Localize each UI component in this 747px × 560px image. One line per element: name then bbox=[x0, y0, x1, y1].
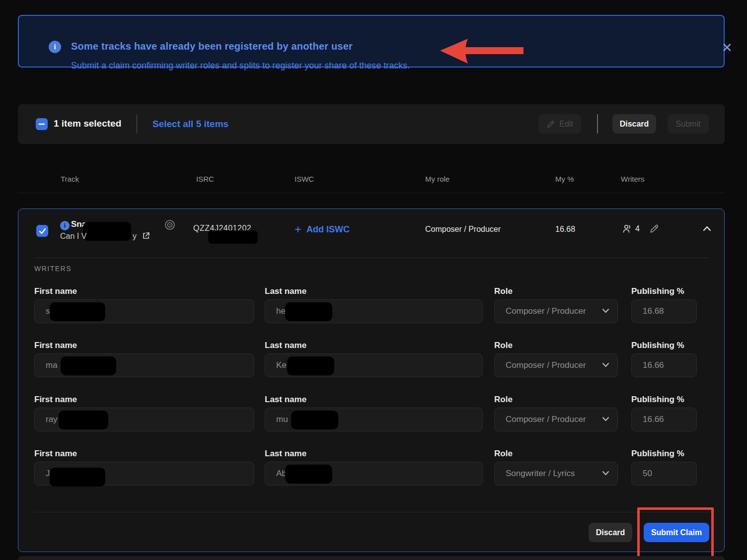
last-name-label: Last name bbox=[265, 286, 483, 296]
submit-button-label: Submit bbox=[676, 120, 701, 129]
publishing-value: 50 bbox=[643, 469, 652, 479]
writers-icon bbox=[622, 224, 633, 234]
last-name-field[interactable]: mu bbox=[265, 408, 483, 431]
first-name-field[interactable]: ray bbox=[34, 408, 254, 431]
chevron-down-icon bbox=[602, 308, 609, 313]
first-name-label: First name bbox=[34, 286, 254, 296]
redaction-box bbox=[285, 465, 332, 484]
close-icon[interactable]: ✕ bbox=[719, 40, 735, 56]
redaction-box bbox=[50, 468, 105, 487]
redaction-box bbox=[208, 230, 258, 244]
first-name-field[interactable]: Jo bbox=[34, 462, 254, 486]
selected-count-label: 1 item selected bbox=[54, 118, 121, 129]
publishing-field[interactable]: 16.66 bbox=[631, 353, 697, 377]
role-select[interactable]: Composer / Producer bbox=[494, 408, 618, 431]
publishing-label: Publishing % bbox=[631, 449, 697, 459]
my-percent-value: 16.68 bbox=[555, 225, 575, 234]
publishing-value: 16.66 bbox=[643, 360, 664, 370]
track-info-icon: i bbox=[60, 221, 70, 230]
last-name-label: Last name bbox=[265, 449, 483, 459]
first-name-field[interactable]: sh bbox=[34, 299, 254, 323]
redaction-box bbox=[285, 302, 332, 321]
submit-claim-button[interactable]: Submit Claim bbox=[644, 523, 709, 542]
disc-icon bbox=[164, 219, 175, 230]
role-label: Role bbox=[494, 395, 618, 405]
last-name-label: Last name bbox=[265, 341, 483, 350]
first-name-value: ray bbox=[46, 415, 58, 424]
redaction-box bbox=[59, 411, 108, 429]
collapse-chevron-icon[interactable] bbox=[703, 226, 711, 231]
writers-count: 4 bbox=[635, 224, 640, 233]
edit-button[interactable]: Edit bbox=[538, 114, 581, 134]
add-iswc-button[interactable]: + Add ISWC bbox=[295, 223, 350, 235]
claim-discard-button[interactable]: Discard bbox=[589, 523, 632, 542]
redaction-box bbox=[287, 356, 334, 375]
selection-toolbar: 1 item selected Select all 5 items Edit … bbox=[18, 104, 725, 144]
column-header-track: Track bbox=[61, 175, 79, 183]
claim-discard-label: Discard bbox=[596, 528, 625, 537]
role-select[interactable]: Composer / Producer bbox=[494, 353, 618, 377]
info-icon: i bbox=[49, 41, 61, 53]
track-row-expanded: i Sna Can I V y QZZ4J2401202 + Add ISWC … bbox=[18, 209, 725, 552]
banner-subtitle: Submit a claim confirming writer roles a… bbox=[71, 61, 410, 71]
chevron-down-icon bbox=[602, 471, 609, 476]
pencil-icon bbox=[546, 120, 555, 129]
last-name-field[interactable]: Ab bbox=[265, 462, 483, 486]
redaction-box bbox=[50, 302, 105, 321]
row-checkbox[interactable] bbox=[36, 225, 48, 237]
column-header-my-pct: My % bbox=[555, 175, 574, 183]
publishing-field[interactable]: 16.68 bbox=[631, 299, 697, 323]
first-name-label: First name bbox=[34, 395, 254, 405]
column-header-my-role: My role bbox=[425, 175, 449, 183]
publishing-field[interactable]: 16.66 bbox=[631, 408, 697, 431]
role-select[interactable]: Songwriter / Lyrics bbox=[494, 462, 618, 486]
redaction-box bbox=[83, 222, 131, 241]
redaction-box bbox=[61, 356, 116, 375]
submit-claim-label: Submit Claim bbox=[651, 528, 702, 537]
first-name-value: ma bbox=[46, 360, 58, 370]
column-header-iswc: ISWC bbox=[295, 175, 314, 183]
next-table-row-preview bbox=[18, 556, 725, 560]
role-label: Role bbox=[494, 341, 618, 350]
last-name-value: mu bbox=[276, 415, 288, 424]
info-banner: i Some tracks have already been register… bbox=[18, 15, 725, 68]
publishing-value: 16.66 bbox=[643, 415, 664, 424]
card-divider bbox=[34, 258, 709, 258]
toolbar-divider bbox=[137, 115, 137, 133]
banner-title: Some tracks have already been registered… bbox=[71, 41, 353, 52]
role-value: Composer / Producer bbox=[506, 415, 586, 424]
footer-divider bbox=[34, 512, 709, 512]
publishing-label: Publishing % bbox=[631, 286, 697, 296]
discard-button[interactable]: Discard bbox=[612, 114, 656, 134]
page: i Some tracks have already been register… bbox=[0, 0, 747, 560]
last-name-value: Ke bbox=[276, 360, 287, 370]
redaction-box bbox=[291, 411, 338, 429]
role-select[interactable]: Composer / Producer bbox=[494, 299, 618, 323]
role-label: Role bbox=[494, 286, 618, 296]
last-name-field[interactable]: Ke bbox=[265, 353, 483, 377]
table-header-divider bbox=[18, 193, 725, 193]
role-value: Composer / Producer bbox=[506, 306, 586, 316]
writers-section-heading: WRITERS bbox=[34, 265, 72, 273]
external-link-icon[interactable] bbox=[142, 231, 150, 240]
select-all-link[interactable]: Select all 5 items bbox=[152, 119, 228, 130]
edit-writers-icon[interactable] bbox=[649, 223, 660, 234]
first-name-label: First name bbox=[34, 449, 254, 459]
column-header-writers: Writers bbox=[621, 175, 644, 183]
discard-button-label: Discard bbox=[620, 120, 649, 129]
edit-button-label: Edit bbox=[559, 120, 573, 129]
publishing-value: 16.68 bbox=[643, 306, 664, 316]
indeterminate-checkbox[interactable] bbox=[36, 118, 48, 130]
check-icon bbox=[39, 228, 46, 234]
track-subtitle: Can I V bbox=[60, 232, 86, 241]
first-name-label: First name bbox=[34, 341, 254, 350]
chevron-down-icon bbox=[602, 362, 609, 367]
plus-icon: + bbox=[295, 223, 301, 235]
minus-icon bbox=[38, 121, 45, 128]
last-name-value: he bbox=[276, 306, 286, 316]
last-name-field[interactable]: he bbox=[265, 299, 483, 323]
chevron-down-icon bbox=[602, 417, 609, 421]
first-name-field[interactable]: ma bbox=[34, 353, 254, 377]
submit-button[interactable]: Submit bbox=[668, 114, 709, 134]
publishing-field[interactable]: 50 bbox=[631, 462, 697, 486]
